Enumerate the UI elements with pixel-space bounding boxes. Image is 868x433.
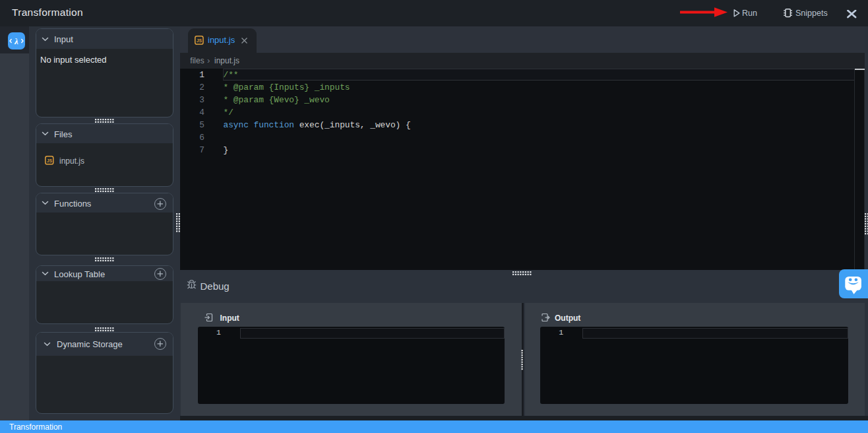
svg-text:JS: JS — [197, 38, 202, 43]
svg-text:JS: JS — [47, 158, 53, 163]
svg-text:λ: λ — [14, 36, 18, 46]
